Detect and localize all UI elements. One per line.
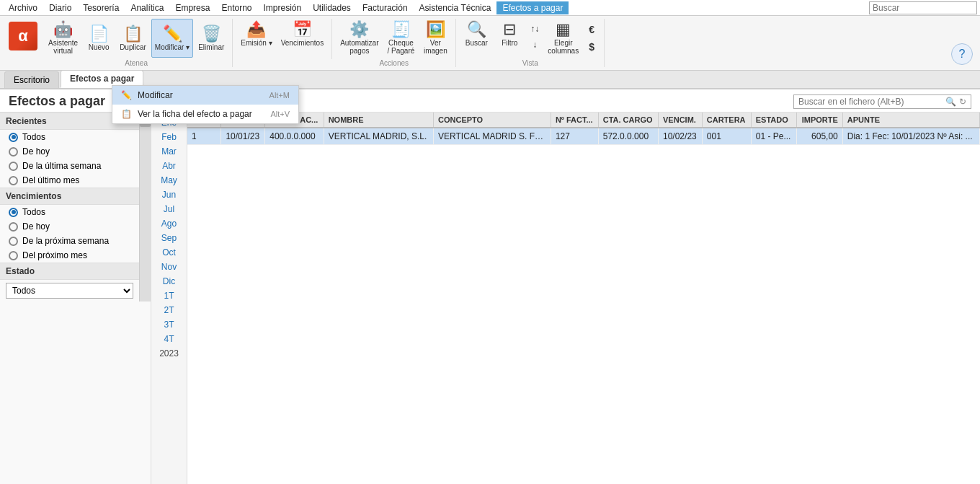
month-2023[interactable]: 2023	[151, 346, 187, 361]
recientes-dehoy-radio[interactable]	[9, 147, 18, 157]
ver-ficha-dropdown-icon: 📋	[121, 109, 132, 119]
vencimientos-todos-radio[interactable]	[9, 208, 18, 217]
month-jul[interactable]: Jul	[151, 202, 187, 216]
month-feb[interactable]: Feb	[151, 130, 187, 144]
menubar-empresa[interactable]: Empresa	[169, 1, 215, 14]
search-icon[interactable]: 🔍	[945, 97, 956, 107]
modificar-dropdown-icon: ✏️	[121, 90, 132, 100]
eliminar-button[interactable]: 🗑️ Eliminar	[195, 19, 228, 58]
nuevo-icon: 📄	[89, 26, 109, 42]
vencimientos-button[interactable]: 📅 Vencimientos	[277, 19, 327, 50]
estado-dropdown[interactable]: Todos Pendiente Pagado Parcial	[6, 283, 133, 299]
ver-imagen-icon: 🖼️	[426, 22, 445, 38]
vencimientos-semana-radio[interactable]	[9, 237, 18, 246]
elegir-columnas-button[interactable]: ▦ Elegircolumnas	[544, 19, 582, 58]
recientes-todos-option[interactable]: Todos	[0, 130, 139, 144]
table-header-row: CÓD... FECHA PROV. / AC... NOMBRE CONCEP…	[187, 113, 980, 128]
recientes-semana-radio[interactable]	[9, 162, 18, 171]
sidebar-scrollbar[interactable]	[139, 113, 151, 302]
menubar-utilidades[interactable]: Utilidades	[307, 1, 357, 14]
automatizar-button[interactable]: ⚙️ Automatizarpagos	[337, 19, 382, 58]
table-row[interactable]: 1 10/01/23 400.0.0.000 VERTICAL MADRID, …	[187, 128, 980, 145]
ver-imagen-button[interactable]: 🖼️ Verimagen	[419, 19, 451, 58]
month-oct[interactable]: Oct	[151, 245, 187, 260]
cell-cartera: 001	[702, 128, 751, 145]
modificar-icon: ✏️	[163, 26, 182, 42]
month-jun[interactable]: Jun	[151, 188, 187, 202]
month-may[interactable]: May	[151, 173, 187, 188]
search-box: 🔍 ↻	[793, 94, 971, 109]
estado-dropdown-row: Todos Pendiente Pagado Parcial	[0, 280, 139, 302]
month-dic[interactable]: Dic	[151, 274, 187, 289]
menubar-impresion[interactable]: Impresión	[257, 1, 307, 14]
recientes-dehoy-option[interactable]: De hoy	[0, 144, 139, 159]
col-concepto: CONCEPTO	[434, 113, 551, 128]
elegir-columnas-icon: ▦	[556, 22, 571, 38]
cell-nfact: 127	[551, 128, 598, 145]
menubar-analitica[interactable]: Analítica	[125, 1, 169, 14]
ver-ficha-dropdown-item[interactable]: 📋 Ver la ficha del efecto a pagar Alt+V	[112, 105, 298, 123]
col-nombre: NOMBRE	[324, 113, 433, 128]
dollar-button[interactable]: $	[584, 39, 600, 55]
menubar-tesoreria[interactable]: Tesorería	[77, 1, 125, 14]
menubar-search[interactable]	[869, 1, 977, 14]
menubar-efectos[interactable]: Efectos a pagar	[496, 1, 569, 14]
cheque-button[interactable]: 🧾 Cheque/ Pagaré	[384, 19, 419, 58]
sort-asc-icon: ↑↓	[530, 24, 539, 34]
month-1t[interactable]: 1T	[151, 289, 187, 303]
nuevo-button[interactable]: 📄 Nuevo	[83, 19, 115, 58]
vencimientos-dehoy-radio[interactable]	[9, 222, 18, 232]
recientes-mes-option[interactable]: Del último mes	[0, 173, 139, 188]
refresh-icon[interactable]: ↻	[959, 97, 966, 107]
asistente-virtual-button[interactable]: 🤖 Asistentevirtual	[45, 19, 81, 58]
atenea-label: Atenea	[45, 59, 228, 67]
vencimientos-mes-option[interactable]: Del próximo mes	[0, 248, 139, 263]
filtro-button[interactable]: ⊟ Filtro	[494, 19, 525, 50]
month-3t[interactable]: 3T	[151, 317, 187, 332]
month-abr[interactable]: Abr	[151, 159, 187, 173]
cell-nombre: VERTICAL MADRID, S.L.	[324, 128, 433, 145]
menubar-asistencia[interactable]: Asistencia Técnica	[414, 1, 497, 14]
menubar-archivo[interactable]: Archivo	[3, 1, 43, 14]
menubar: Archivo Diario Tesorería Analítica Empre…	[0, 0, 980, 16]
recientes-semana-option[interactable]: De la última semana	[0, 159, 139, 173]
recientes-todos-radio[interactable]	[9, 133, 18, 142]
tab-escritorio[interactable]: Escritorio	[4, 71, 59, 88]
vencimientos-section-title: Vencimientos	[0, 188, 139, 205]
col-cta-cargo: CTA. CARGO	[598, 113, 658, 128]
buscar-button[interactable]: 🔍 Buscar	[460, 19, 492, 50]
month-sep[interactable]: Sep	[151, 231, 187, 245]
month-mar[interactable]: Mar	[151, 144, 187, 159]
col-apunte: APUNTE	[842, 113, 979, 128]
cell-vencim: 10/02/23	[659, 128, 703, 145]
vencimientos-mes-radio[interactable]	[9, 251, 18, 260]
month-4t[interactable]: 4T	[151, 332, 187, 346]
duplicar-button[interactable]: 📋 Duplicar	[116, 19, 150, 58]
emision-button[interactable]: 📤 Emisión ▾	[237, 19, 275, 50]
modificar-button[interactable]: ✏️ Modificar ▾	[151, 19, 193, 58]
modificar-dropdown-item[interactable]: ✏️ Modificar Alt+M	[112, 86, 298, 105]
main-content: Recientes Todos De hoy De la última sema…	[0, 113, 980, 484]
table-area: CÓD... FECHA PROV. / AC... NOMBRE CONCEP…	[187, 113, 980, 484]
search-input[interactable]	[798, 97, 943, 107]
month-ago[interactable]: Ago	[151, 216, 187, 231]
menubar-facturacion[interactable]: Facturación	[357, 1, 414, 14]
cell-codigo: 1	[187, 128, 221, 145]
sort-asc-button[interactable]: ↑↓	[527, 22, 543, 36]
recientes-mes-radio[interactable]	[9, 176, 18, 185]
month-nov[interactable]: Nov	[151, 260, 187, 274]
menubar-entorno[interactable]: Entorno	[215, 1, 257, 14]
vencimientos-icon: 📅	[293, 22, 312, 38]
menubar-diario[interactable]: Diario	[43, 1, 77, 14]
vencimientos-dehoy-option[interactable]: De hoy	[0, 219, 139, 234]
toolbar-group-vista: 🔍 Buscar ⊟ Filtro ↑↓ ↓ ▦ El	[460, 19, 605, 67]
month-nav: Ene Feb Mar Abr May Jun Jul Ago Sep Oct …	[151, 113, 187, 484]
page-title: Efectos a pagar	[9, 94, 105, 109]
help-button[interactable]: ?	[951, 43, 973, 65]
vencimientos-todos-option[interactable]: Todos	[0, 205, 139, 219]
toolbar-group-atenea: 🤖 Asistentevirtual 📄 Nuevo 📋 Duplicar ✏️…	[45, 19, 233, 67]
month-2t[interactable]: 2T	[151, 303, 187, 317]
vencimientos-semana-option[interactable]: De la próxima semana	[0, 234, 139, 248]
sort-desc-button[interactable]: ↓	[527, 38, 543, 52]
euro-button[interactable]: €	[584, 22, 600, 38]
